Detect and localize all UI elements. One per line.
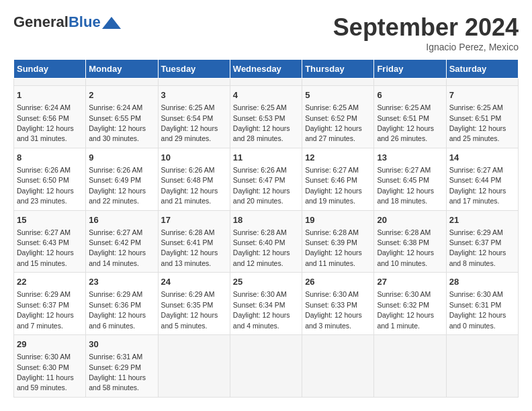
- calendar-cell: 21Sunrise: 6:29 AM Sunset: 6:37 PM Dayli…: [446, 210, 518, 273]
- calendar-cell: 20Sunrise: 6:28 AM Sunset: 6:38 PM Dayli…: [374, 210, 446, 273]
- day-number: 7: [449, 89, 515, 101]
- calendar-week-row: 29Sunrise: 6:30 AM Sunset: 6:30 PM Dayli…: [14, 335, 519, 398]
- day-number: 1: [17, 89, 83, 101]
- day-info: Sunrise: 6:25 AM Sunset: 6:52 PM Dayligh…: [305, 103, 362, 142]
- calendar-cell: 14Sunrise: 6:27 AM Sunset: 6:44 PM Dayli…: [446, 148, 518, 210]
- day-header-friday: Friday: [374, 60, 446, 79]
- calendar-cell: 9Sunrise: 6:26 AM Sunset: 6:49 PM Daylig…: [86, 148, 158, 210]
- day-info: Sunrise: 6:30 AM Sunset: 6:31 PM Dayligh…: [449, 290, 506, 329]
- day-number: 28: [449, 276, 515, 288]
- day-number: 4: [233, 89, 299, 101]
- calendar-week-row: 22Sunrise: 6:29 AM Sunset: 6:37 PM Dayli…: [14, 273, 519, 335]
- day-info: Sunrise: 6:24 AM Sunset: 6:55 PM Dayligh…: [89, 103, 146, 142]
- calendar-cell: 1Sunrise: 6:24 AM Sunset: 6:56 PM Daylig…: [14, 86, 86, 148]
- calendar-cell: 11Sunrise: 6:26 AM Sunset: 6:47 PM Dayli…: [230, 148, 302, 210]
- calendar-cell: 8Sunrise: 6:26 AM Sunset: 6:50 PM Daylig…: [14, 148, 86, 210]
- day-number: 27: [377, 276, 443, 288]
- day-info: Sunrise: 6:25 AM Sunset: 6:51 PM Dayligh…: [377, 103, 434, 142]
- day-number: 15: [17, 214, 83, 226]
- day-info: Sunrise: 6:31 AM Sunset: 6:29 PM Dayligh…: [89, 353, 146, 392]
- day-info: Sunrise: 6:27 AM Sunset: 6:44 PM Dayligh…: [449, 166, 506, 205]
- day-info: Sunrise: 6:29 AM Sunset: 6:35 PM Dayligh…: [161, 290, 218, 329]
- day-info: Sunrise: 6:28 AM Sunset: 6:41 PM Dayligh…: [161, 228, 218, 267]
- day-info: Sunrise: 6:27 AM Sunset: 6:42 PM Dayligh…: [89, 228, 146, 267]
- day-info: Sunrise: 6:27 AM Sunset: 6:46 PM Dayligh…: [305, 166, 362, 205]
- day-number: 24: [161, 276, 227, 288]
- calendar-cell: 12Sunrise: 6:27 AM Sunset: 6:46 PM Dayli…: [302, 148, 374, 210]
- day-info: Sunrise: 6:26 AM Sunset: 6:49 PM Dayligh…: [89, 166, 146, 205]
- logo-general: General: [13, 13, 69, 31]
- day-number: 8: [17, 152, 83, 164]
- page-header: General Blue September 2024 Ignacio Pere…: [13, 13, 519, 52]
- calendar-week-row: 1Sunrise: 6:24 AM Sunset: 6:56 PM Daylig…: [14, 86, 519, 148]
- day-number: 19: [305, 214, 371, 226]
- calendar-cell: 15Sunrise: 6:27 AM Sunset: 6:43 PM Dayli…: [14, 210, 86, 273]
- calendar-cell: [158, 335, 230, 398]
- calendar-cell: 29Sunrise: 6:30 AM Sunset: 6:30 PM Dayli…: [14, 335, 86, 398]
- day-number: 6: [377, 89, 443, 101]
- day-info: Sunrise: 6:30 AM Sunset: 6:30 PM Dayligh…: [17, 353, 74, 392]
- calendar-cell: 26Sunrise: 6:30 AM Sunset: 6:33 PM Dayli…: [302, 273, 374, 335]
- calendar-cell: 6Sunrise: 6:25 AM Sunset: 6:51 PM Daylig…: [374, 86, 446, 148]
- day-info: Sunrise: 6:29 AM Sunset: 6:37 PM Dayligh…: [17, 290, 74, 329]
- calendar-cell: [14, 79, 86, 86]
- day-number: 20: [377, 214, 443, 226]
- calendar-cell: 10Sunrise: 6:26 AM Sunset: 6:48 PM Dayli…: [158, 148, 230, 210]
- calendar-cell: [374, 79, 446, 86]
- day-info: Sunrise: 6:26 AM Sunset: 6:50 PM Dayligh…: [17, 166, 74, 205]
- day-number: 29: [17, 338, 83, 351]
- day-info: Sunrise: 6:24 AM Sunset: 6:56 PM Dayligh…: [17, 103, 74, 142]
- day-number: 12: [305, 152, 371, 164]
- calendar-cell: 2Sunrise: 6:24 AM Sunset: 6:55 PM Daylig…: [86, 86, 158, 148]
- calendar-cell: 22Sunrise: 6:29 AM Sunset: 6:37 PM Dayli…: [14, 273, 86, 335]
- day-number: 26: [305, 276, 371, 288]
- calendar-cell: 16Sunrise: 6:27 AM Sunset: 6:42 PM Dayli…: [86, 210, 158, 273]
- calendar-cell: [86, 79, 158, 86]
- calendar-table: SundayMondayTuesdayWednesdayThursdayFrid…: [13, 59, 519, 398]
- day-number: 14: [449, 152, 515, 164]
- day-info: Sunrise: 6:30 AM Sunset: 6:33 PM Dayligh…: [305, 290, 362, 329]
- day-number: 25: [233, 276, 299, 288]
- calendar-cell: 17Sunrise: 6:28 AM Sunset: 6:41 PM Dayli…: [158, 210, 230, 273]
- day-info: Sunrise: 6:29 AM Sunset: 6:36 PM Dayligh…: [89, 290, 146, 329]
- day-number: 9: [89, 152, 154, 164]
- calendar-cell: 4Sunrise: 6:25 AM Sunset: 6:53 PM Daylig…: [230, 86, 302, 148]
- day-number: 30: [89, 338, 154, 351]
- calendar-header-row: SundayMondayTuesdayWednesdayThursdayFrid…: [14, 60, 519, 79]
- calendar-cell: [374, 335, 446, 398]
- day-header-saturday: Saturday: [446, 60, 518, 79]
- calendar-cell: 7Sunrise: 6:25 AM Sunset: 6:51 PM Daylig…: [446, 86, 518, 148]
- calendar-week-row: [14, 79, 519, 86]
- day-header-thursday: Thursday: [302, 60, 374, 79]
- day-header-tuesday: Tuesday: [158, 60, 230, 79]
- day-header-sunday: Sunday: [14, 60, 86, 79]
- calendar-cell: 19Sunrise: 6:28 AM Sunset: 6:39 PM Dayli…: [302, 210, 374, 273]
- day-number: 11: [233, 152, 299, 164]
- day-info: Sunrise: 6:30 AM Sunset: 6:34 PM Dayligh…: [233, 290, 290, 329]
- day-number: 17: [161, 214, 227, 226]
- day-number: 22: [17, 276, 83, 288]
- day-header-monday: Monday: [86, 60, 158, 79]
- day-number: 16: [89, 214, 154, 226]
- day-info: Sunrise: 6:27 AM Sunset: 6:43 PM Dayligh…: [17, 228, 74, 267]
- day-info: Sunrise: 6:26 AM Sunset: 6:48 PM Dayligh…: [161, 166, 218, 205]
- calendar-cell: 13Sunrise: 6:27 AM Sunset: 6:45 PM Dayli…: [374, 148, 446, 210]
- day-info: Sunrise: 6:25 AM Sunset: 6:51 PM Dayligh…: [449, 103, 506, 142]
- calendar-cell: [446, 335, 518, 398]
- calendar-cell: 5Sunrise: 6:25 AM Sunset: 6:52 PM Daylig…: [302, 86, 374, 148]
- day-number: 21: [449, 214, 515, 226]
- calendar-cell: 3Sunrise: 6:25 AM Sunset: 6:54 PM Daylig…: [158, 86, 230, 148]
- calendar-cell: [302, 335, 374, 398]
- day-number: 3: [161, 89, 227, 101]
- svg-marker-0: [102, 17, 121, 29]
- calendar-cell: 25Sunrise: 6:30 AM Sunset: 6:34 PM Dayli…: [230, 273, 302, 335]
- day-number: 23: [89, 276, 154, 288]
- calendar-cell: [230, 79, 302, 86]
- day-header-wednesday: Wednesday: [230, 60, 302, 79]
- calendar-cell: 30Sunrise: 6:31 AM Sunset: 6:29 PM Dayli…: [86, 335, 158, 398]
- month-title: September 2024: [333, 13, 519, 42]
- day-number: 13: [377, 152, 443, 164]
- title-area: September 2024 Ignacio Perez, Mexico: [333, 13, 519, 52]
- calendar-cell: 18Sunrise: 6:28 AM Sunset: 6:40 PM Dayli…: [230, 210, 302, 273]
- day-number: 18: [233, 214, 299, 226]
